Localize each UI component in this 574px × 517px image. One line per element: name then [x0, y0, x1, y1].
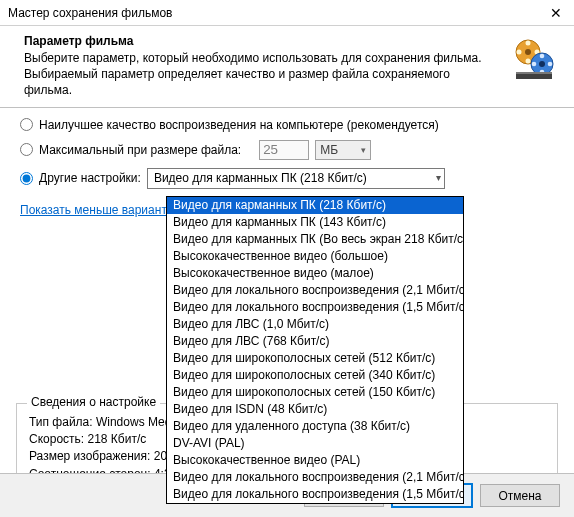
imgsize-label: Размер изображения:: [29, 449, 150, 463]
dropdown-item[interactable]: Видео для локального воспроизведения (1,…: [167, 299, 463, 316]
close-icon[interactable]: ✕: [546, 5, 566, 21]
size-input[interactable]: [259, 140, 309, 160]
label-other-settings: Другие настройки:: [39, 171, 141, 185]
cancel-button[interactable]: Отмена: [480, 484, 560, 507]
dropdown-item[interactable]: DV-AVI (PAL): [167, 435, 463, 452]
size-unit-select[interactable]: МБ ▾: [315, 140, 371, 160]
dropdown-item[interactable]: Видео для ISDN (48 Кбит/с): [167, 401, 463, 418]
dropdown-item[interactable]: Видео для широкополосных сетей (150 Кбит…: [167, 384, 463, 401]
radio-best-quality[interactable]: [20, 118, 33, 131]
dropdown-item[interactable]: Видео для ЛВС (768 Кбит/с): [167, 333, 463, 350]
dropdown-item[interactable]: Видео для карманных ПК (143 Кбит/с): [167, 214, 463, 231]
chevron-down-icon: ▾: [361, 145, 366, 155]
dropdown-item[interactable]: Видео для локального воспроизведения (2,…: [167, 282, 463, 299]
svg-point-8: [540, 54, 545, 59]
settings-dropdown-list[interactable]: Видео для карманных ПК (218 Кбит/с)Видео…: [166, 196, 464, 504]
dropdown-item[interactable]: Видео для локального воспроизведения (2,…: [167, 469, 463, 486]
dropdown-item[interactable]: Видео для широкополосных сетей (340 Кбит…: [167, 367, 463, 384]
svg-point-11: [532, 62, 537, 67]
info-legend: Сведения о настройке: [27, 395, 160, 409]
dropdown-item[interactable]: Видео для карманных ПК (218 Кбит/с): [167, 197, 463, 214]
dropdown-item[interactable]: Видео для локального воспроизведения (1,…: [167, 486, 463, 503]
bitrate-label: Скорость:: [29, 432, 84, 446]
dropdown-item[interactable]: Видео для широкополосных сетей (512 Кбит…: [167, 350, 463, 367]
chevron-down-icon: ▾: [436, 172, 441, 183]
dropdown-item[interactable]: Видео для удаленного доступа (38 Кбит/с): [167, 418, 463, 435]
section-desc-2: Выбираемый параметр определяет качество …: [16, 66, 500, 98]
svg-point-1: [525, 49, 531, 55]
dropdown-item[interactable]: Высококачественное видео (малое): [167, 265, 463, 282]
radio-other-settings[interactable]: [20, 172, 33, 185]
dialog-title: Мастер сохранения фильмов: [8, 6, 172, 20]
svg-point-4: [526, 59, 531, 64]
show-fewer-options-link[interactable]: Показать меньше вариантов...: [20, 203, 190, 217]
section-desc-1: Выберите параметр, который необходимо ис…: [16, 50, 500, 66]
svg-point-5: [517, 50, 522, 55]
label-best-quality: Наилучшее качество воспроизведения на ко…: [39, 118, 439, 132]
svg-rect-13: [516, 72, 552, 74]
svg-point-7: [539, 61, 545, 67]
dropdown-item[interactable]: Высококачественное видео (большое): [167, 248, 463, 265]
radio-max-size[interactable]: [20, 143, 33, 156]
filetype-label: Тип файла:: [29, 415, 93, 429]
size-unit-value: МБ: [320, 143, 338, 157]
label-max-size: Максимальный при размере файла:: [39, 143, 241, 157]
bitrate-value: 218 Кбит/с: [88, 432, 147, 446]
dropdown-item[interactable]: Видео для карманных ПК (Во весь экран 21…: [167, 231, 463, 248]
combo-selected-value: Видео для карманных ПК (218 Кбит/с): [154, 171, 367, 185]
section-heading: Параметр фильма: [16, 34, 500, 48]
dropdown-item[interactable]: Высококачественное видео (PAL): [167, 452, 463, 469]
settings-combo[interactable]: Видео для карманных ПК (218 Кбит/с) ▾: [147, 168, 445, 189]
svg-point-9: [548, 62, 553, 67]
wizard-film-icon: [510, 34, 558, 82]
svg-point-2: [526, 41, 531, 46]
dropdown-item[interactable]: Видео для ЛВС (1,0 Мбит/с): [167, 316, 463, 333]
